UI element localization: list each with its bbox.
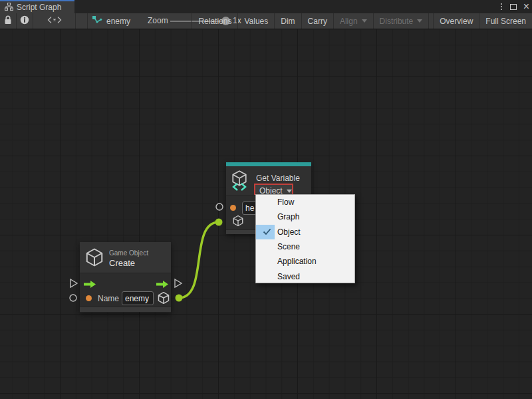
create-node[interactable]: Game Object Create Name [80, 242, 171, 313]
graph-icon [5, 1, 13, 13]
name-port-label: Name [98, 294, 119, 303]
checkmark-icon [256, 225, 275, 239]
string-port-icon[interactable] [86, 295, 92, 301]
toolbar-buttons: Relations Values Dim Carry Align Distrib… [192, 13, 532, 29]
close-icon[interactable]: × [523, 1, 529, 12]
menu-item-graph[interactable]: Graph [256, 209, 354, 224]
check-gutter [256, 269, 275, 283]
create-output-port-connected[interactable] [176, 295, 183, 302]
toolbar-separator [428, 13, 433, 29]
menu-item-object[interactable]: Object [256, 225, 354, 239]
lock-button[interactable] [0, 13, 17, 29]
window-menu-icon[interactable] [499, 2, 503, 11]
create-flow-input-port[interactable] [70, 279, 77, 287]
game-object-cube-icon [84, 247, 104, 270]
object-port-cube-icon[interactable] [232, 215, 244, 229]
menu-item-application[interactable]: Application [256, 254, 354, 269]
check-gutter [256, 254, 275, 269]
relations-button[interactable]: Relations [192, 13, 237, 29]
create-body: Name [80, 273, 171, 307]
info-button[interactable] [17, 13, 33, 29]
toolbar-separator [76, 13, 88, 29]
chevron-down-icon [287, 190, 292, 193]
flow-in-arrow-icon[interactable] [83, 279, 96, 291]
full-screen-button[interactable]: Full Screen [479, 13, 532, 29]
node-category: Game Object [109, 249, 148, 257]
check-gutter [256, 239, 275, 254]
create-name-input-port[interactable] [70, 295, 76, 301]
script-graph-window: Script Graph × [0, 0, 532, 399]
menu-item-flow[interactable]: Flow [256, 195, 354, 209]
node-title: Get Variable [256, 174, 300, 183]
distribute-button[interactable]: Distribute [373, 13, 429, 29]
window-title: Script Graph [17, 3, 61, 12]
code-brackets-icon [47, 16, 62, 26]
flow-out-arrow-icon[interactable] [156, 279, 169, 291]
get-variable-name-input-port[interactable] [216, 203, 223, 210]
scope-context-menu: Flow Graph Object Scene Applicat [255, 194, 355, 283]
lock-icon [4, 15, 12, 27]
menu-item-saved[interactable]: Saved [256, 269, 354, 283]
create-header: Game Object Create [80, 242, 171, 273]
get-variable-header: Get Variable Object [226, 166, 311, 195]
graph-node-icon [92, 15, 102, 27]
chevron-down-icon [362, 19, 367, 23]
dim-button[interactable]: Dim [274, 13, 301, 29]
breadcrumb-label: enemy [106, 17, 130, 26]
node-footer [80, 307, 171, 312]
output-cube-icon[interactable] [157, 291, 170, 307]
tab-script-graph[interactable]: Script Graph [0, 0, 74, 13]
align-button[interactable]: Align [333, 13, 373, 29]
name-input-field[interactable] [122, 291, 154, 305]
breadcrumb[interactable]: enemy [92, 13, 130, 29]
chevron-down-icon [417, 19, 422, 23]
get-variable-object-port-connected[interactable] [215, 219, 223, 226]
create-flow-output-port[interactable] [175, 279, 182, 287]
connection-wire[interactable] [179, 222, 219, 298]
info-icon [20, 15, 29, 27]
carry-button[interactable]: Carry [301, 13, 333, 29]
code-view-button[interactable] [33, 13, 76, 29]
code-brackets-teal-icon [232, 182, 247, 194]
string-port-icon[interactable] [230, 205, 236, 211]
zoom-label: Zoom [148, 16, 168, 25]
check-gutter [256, 209, 275, 224]
graph-canvas[interactable]: Get Variable Object [0, 29, 532, 399]
values-button[interactable]: Values [237, 13, 274, 29]
window-controls: × [499, 0, 529, 13]
titlebar: Script Graph × [0, 0, 532, 13]
toolbar: enemy Zoom 1x Relations Values Dim Carry… [0, 13, 532, 29]
check-gutter [256, 195, 275, 209]
menu-item-scene[interactable]: Scene [256, 239, 354, 254]
overview-button[interactable]: Overview [433, 13, 479, 29]
node-title: Create [109, 258, 135, 268]
maximize-icon[interactable] [510, 4, 517, 10]
